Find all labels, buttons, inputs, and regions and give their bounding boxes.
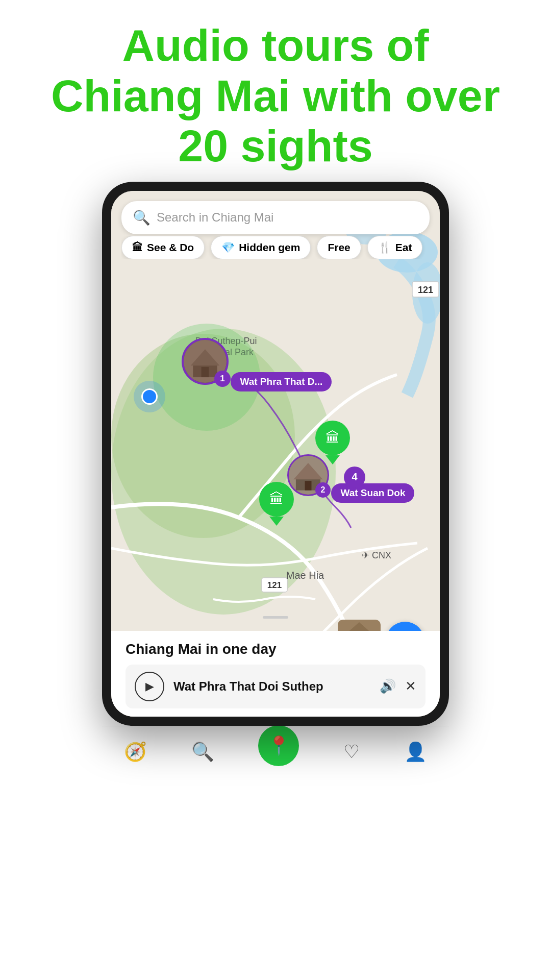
close-icon[interactable]: ✕	[405, 678, 416, 694]
marker-2-label: Wat Suan Dok	[331, 483, 414, 503]
bottom-navigation: 🧭 🔍 📍 ♡ 👤	[102, 726, 449, 780]
header-line3: 20 sights	[178, 120, 372, 171]
nav-map-active[interactable]: 📍	[258, 738, 299, 766]
header-section: Audio tours of Chiang Mai with over 20 s…	[0, 0, 551, 182]
header-line1: Audio tours of	[122, 20, 429, 70]
filter-eat[interactable]: 🍴 Eat	[367, 236, 423, 259]
search-nav-icon: 🔍	[191, 741, 214, 763]
eat-icon: 🍴	[378, 241, 391, 254]
svg-text:121: 121	[267, 580, 282, 590]
bottom-panel: Chiang Mai in one day ▶ Wat Phra That Do…	[111, 631, 440, 717]
hidden-gem-icon: 💎	[221, 241, 235, 254]
user-location-dot	[134, 381, 165, 412]
search-bar[interactable]: 🔍 Search in Chiang Mai	[121, 201, 430, 234]
map-nav-icon: 📍	[267, 735, 290, 756]
eat-label: Eat	[395, 241, 412, 254]
svg-rect-22	[305, 481, 312, 491]
nav-profile[interactable]: 👤	[404, 741, 427, 763]
bottom-sheet-handle[interactable]	[263, 616, 288, 619]
audio-controls: 🔊 ✕	[380, 678, 416, 694]
header-line2: Chiang Mai with over	[51, 70, 500, 121]
filter-see-do[interactable]: 🏛 See & Do	[121, 236, 205, 259]
phone-screen: 121 Doi Suthep-Pui National Park Mae Hia…	[111, 191, 440, 717]
nav-explore[interactable]: 🧭	[124, 741, 147, 763]
marker-4-number: 4	[352, 471, 357, 483]
hidden-gem-label: Hidden gem	[239, 241, 300, 254]
tour-title: Chiang Mai in one day	[126, 641, 425, 657]
marker-1-number: 1	[214, 371, 231, 387]
heart-nav-icon: ♡	[343, 741, 360, 763]
phone-frame: 121 Doi Suthep-Pui National Park Mae Hia…	[102, 182, 449, 726]
svg-rect-18	[202, 367, 209, 377]
filter-pills: 🏛 See & Do 💎 Hidden gem Free 🍴 Eat	[121, 236, 440, 259]
marker-1-label: Wat Phra That D...	[231, 372, 332, 391]
sight-marker-1[interactable]: 1 Wat Phra That D...	[182, 338, 332, 391]
marker-4-badge[interactable]: 4	[344, 467, 365, 488]
nav-favorites[interactable]: ♡	[343, 741, 360, 763]
svg-text:Mae Hia: Mae Hia	[286, 570, 324, 581]
filter-hidden-gem[interactable]: 💎 Hidden gem	[211, 236, 311, 259]
see-do-icon: 🏛	[132, 241, 143, 254]
svg-text:121: 121	[418, 285, 433, 295]
see-do-label: See & Do	[147, 241, 194, 254]
audio-player: ▶ Wat Phra That Doi Suthep 🔊 ✕	[126, 665, 425, 708]
profile-nav-icon: 👤	[404, 741, 427, 763]
search-placeholder: Search in Chiang Mai	[157, 210, 273, 225]
compass-nav-icon: 🧭	[124, 741, 147, 763]
free-label: Free	[328, 241, 350, 254]
audio-sight-title: Wat Phra That Doi Suthep	[173, 679, 370, 694]
svg-text:✈ CNX: ✈ CNX	[362, 550, 391, 560]
search-icon: 🔍	[133, 209, 151, 226]
play-button[interactable]: ▶	[135, 672, 164, 701]
nav-search[interactable]: 🔍	[191, 741, 214, 763]
marker-2-number: 2	[315, 482, 331, 498]
volume-icon[interactable]: 🔊	[380, 678, 396, 694]
filter-free[interactable]: Free	[317, 236, 361, 259]
